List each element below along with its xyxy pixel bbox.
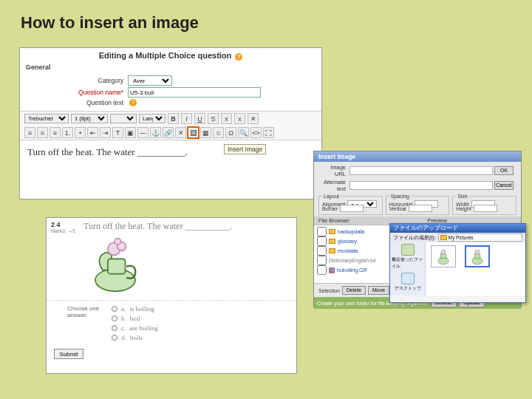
marks-label: Marks: --/1	[51, 228, 78, 233]
thumbnail-item-selected[interactable]	[463, 245, 492, 267]
question-name-input[interactable]	[128, 87, 261, 98]
location-select[interactable]: My Pictures	[438, 233, 522, 242]
label-border: Border	[322, 206, 338, 211]
label-qname: Question name*	[64, 89, 123, 96]
question-preview-panel: 2 4 Marks: --/1 Turn off the heat. The w…	[46, 217, 297, 374]
font-select[interactable]: Trebuchet	[24, 114, 69, 123]
sidebar-item-desktop[interactable]: デスクトップ	[392, 273, 423, 292]
editor-heading: Editing a Multiple Choice question ?	[20, 48, 321, 62]
file-checkbox[interactable]	[317, 265, 327, 275]
svg-point-2	[441, 250, 446, 254]
radio-icon[interactable]	[112, 335, 117, 341]
italic-button[interactable]: I	[181, 113, 192, 124]
choose-label: Choose one answer.	[67, 305, 101, 341]
fullscreen-button[interactable]: ⛶	[263, 127, 274, 138]
sidebar-item-recent[interactable]: 最近使ったファイル	[392, 244, 423, 270]
label-category: Category	[64, 77, 123, 84]
label-alt-text: Alternate text	[318, 179, 348, 192]
hr-button[interactable]: —	[137, 127, 149, 138]
height-input[interactable]	[474, 205, 497, 212]
editor-heading-text: Editing a Multiple Choice question	[99, 51, 232, 60]
link-button[interactable]: 🔗	[163, 127, 174, 138]
file-checkbox[interactable]	[317, 246, 327, 256]
svg-point-10	[115, 239, 120, 245]
size-fieldset: Size Width Height	[452, 196, 516, 215]
special-char-button[interactable]: Ω	[225, 127, 236, 138]
label-image-url: Image URL	[318, 164, 348, 177]
heading-select[interactable]	[110, 114, 137, 123]
delete-button[interactable]: Delete	[342, 286, 366, 295]
emoticon-button[interactable]: ☺	[213, 127, 224, 138]
align-right-button[interactable]: ≡	[50, 127, 61, 138]
move-button[interactable]: Move	[368, 286, 389, 295]
size-select[interactable]: 1 (8pt)	[71, 114, 108, 123]
file-checkbox[interactable]	[317, 236, 327, 246]
help-icon[interactable]: ?	[235, 53, 242, 61]
unlink-button[interactable]: ✕	[175, 127, 186, 138]
option-c[interactable]: c.are boiling	[112, 324, 158, 332]
textcolor-button[interactable]: T	[112, 127, 123, 138]
question-number: 2 4	[51, 221, 78, 228]
option-d[interactable]: d.boils	[112, 334, 158, 341]
thumbnail-item[interactable]	[429, 245, 458, 267]
desktop-icon	[401, 273, 415, 284]
align-left-button[interactable]: ≡	[24, 127, 35, 138]
strike-button[interactable]: S	[208, 113, 219, 124]
radio-icon[interactable]	[112, 325, 117, 331]
anchor-button[interactable]: ⚓	[150, 127, 161, 138]
picker-thumbnails	[426, 242, 525, 296]
layout-legend: Layout	[322, 194, 341, 199]
ok-button[interactable]: OK	[494, 166, 514, 175]
answer-options: a.is boiling b.boil c.are boiling d.boil…	[112, 305, 158, 341]
category-select[interactable]: Aver	[128, 75, 172, 86]
lang-select[interactable]: Lang	[139, 114, 166, 123]
sup-button[interactable]: x	[234, 113, 245, 124]
list-ol-button[interactable]: 1.	[62, 127, 73, 138]
bold-button[interactable]: B	[168, 113, 179, 124]
submit-button[interactable]: Submit	[54, 349, 83, 359]
cancel-button[interactable]: Cancel	[494, 181, 514, 190]
editor-toolbar-row1: Trebuchet 1 (8pt) Lang B I U S x x ✕	[20, 111, 321, 126]
slide-title: How to insert an image	[21, 13, 199, 33]
vspace-input[interactable]	[409, 205, 432, 212]
radio-icon[interactable]	[112, 306, 117, 312]
file-name: moddata	[338, 248, 358, 253]
indent-button[interactable]: ⇥	[100, 127, 111, 138]
folder-icon	[329, 229, 335, 234]
insert-image-button[interactable]: 🖼	[188, 127, 199, 138]
image-file-icon	[329, 267, 335, 273]
editor-textarea[interactable]: Turn off the heat. The water __________.	[20, 140, 321, 164]
alt-text-input[interactable]	[349, 181, 493, 190]
location-value: My Pictures	[449, 235, 474, 240]
sub-button[interactable]: x	[221, 113, 232, 124]
html-button[interactable]: <>	[250, 127, 262, 138]
insert-image-tooltip: Insert Image	[224, 144, 266, 154]
file-checkbox[interactable]	[317, 227, 327, 236]
layout-fieldset: Layout Alignment Not Set Border	[318, 196, 383, 215]
file-name: DictionaryEnglish.txt	[329, 258, 375, 263]
align-center-button[interactable]: ≡	[37, 127, 48, 138]
underline-button[interactable]: U	[194, 113, 205, 124]
dialog-title: Insert Image	[314, 151, 521, 162]
label-selection: Selection	[318, 288, 340, 293]
image-url-input[interactable]	[349, 166, 493, 175]
folder-icon	[329, 239, 335, 244]
bgcolor-button[interactable]: ▣	[125, 127, 136, 138]
picker-title: ファイルのアップロード	[390, 224, 525, 233]
radio-icon[interactable]	[112, 316, 117, 321]
recent-icon	[401, 244, 415, 256]
help-icon[interactable]: ?	[129, 99, 137, 106]
file-checkbox[interactable]	[317, 256, 327, 265]
table-button[interactable]: ▦	[200, 127, 211, 138]
option-b[interactable]: b.boil	[112, 315, 158, 322]
section-general: General	[20, 62, 321, 72]
border-input[interactable]	[340, 205, 364, 212]
find-button[interactable]: 🔍	[238, 127, 249, 138]
file-name: backupdata	[338, 229, 364, 234]
clean-button[interactable]: ✕	[248, 113, 259, 124]
label-location: ファイルの場所(I):	[393, 234, 436, 242]
outdent-button[interactable]: ⇤	[87, 127, 98, 138]
list-ul-button[interactable]: •	[75, 127, 86, 138]
option-a[interactable]: a.is boiling	[112, 305, 158, 313]
folder-icon	[329, 248, 335, 253]
